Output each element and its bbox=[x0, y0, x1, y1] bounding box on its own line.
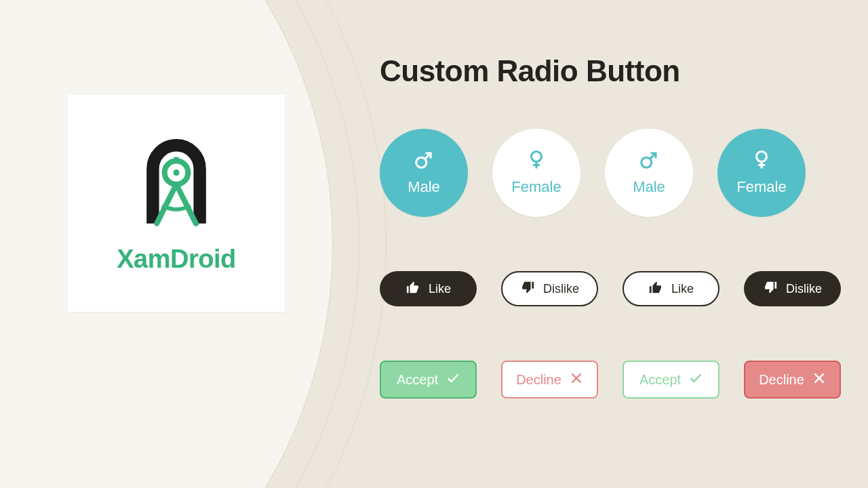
female-icon bbox=[526, 150, 547, 174]
male-icon bbox=[414, 150, 434, 174]
x-icon bbox=[812, 371, 826, 388]
gender-radio-female[interactable]: Female bbox=[492, 129, 580, 217]
gender-radio-label: Male bbox=[408, 178, 440, 196]
like-button-label: Like bbox=[429, 282, 451, 296]
dislike-button-label: Dislike bbox=[786, 282, 822, 296]
accept-button[interactable]: Accept bbox=[380, 361, 477, 399]
gender-radio-male[interactable]: Male bbox=[605, 129, 693, 217]
gender-radio-label: Female bbox=[511, 178, 561, 196]
svg-point-12 bbox=[757, 152, 767, 162]
content-area: Custom Radio Button Male Female Male Fem… bbox=[380, 54, 841, 481]
check-icon bbox=[689, 371, 703, 388]
brand-name: XamDroid bbox=[117, 245, 235, 274]
decline-button-label: Decline bbox=[516, 372, 561, 388]
check-icon bbox=[446, 371, 460, 388]
svg-point-10 bbox=[642, 157, 652, 167]
svg-point-5 bbox=[416, 157, 427, 167]
dislike-button[interactable]: Dislike bbox=[744, 271, 841, 306]
page-title: Custom Radio Button bbox=[380, 54, 841, 88]
gender-radio-label: Female bbox=[736, 178, 786, 196]
like-button-label: Like bbox=[671, 282, 694, 296]
accept-button[interactable]: Accept bbox=[623, 361, 719, 399]
accept-button-label: Accept bbox=[639, 372, 681, 388]
accept-radio-row: Accept Decline Accept Decline bbox=[380, 361, 841, 399]
female-icon bbox=[751, 150, 772, 174]
gender-radio-row: Male Female Male Female bbox=[380, 129, 841, 217]
brand-logo-card: XamDroid bbox=[68, 95, 285, 312]
thumb-down-icon bbox=[763, 280, 778, 298]
thumb-down-icon bbox=[520, 280, 535, 298]
svg-line-2 bbox=[157, 184, 176, 224]
gender-radio-female[interactable]: Female bbox=[717, 129, 806, 217]
svg-point-7 bbox=[532, 152, 542, 162]
thumb-up-icon bbox=[406, 280, 420, 298]
like-button[interactable]: Like bbox=[623, 271, 719, 306]
accept-button-label: Accept bbox=[397, 372, 438, 388]
gender-radio-male[interactable]: Male bbox=[380, 129, 468, 217]
decline-button-label: Decline bbox=[759, 372, 804, 388]
male-icon bbox=[639, 150, 659, 174]
dislike-button[interactable]: Dislike bbox=[501, 271, 598, 306]
decline-button[interactable]: Decline bbox=[501, 361, 598, 399]
svg-line-3 bbox=[176, 184, 196, 224]
thumb-up-icon bbox=[648, 280, 663, 298]
xamdroid-logo-icon bbox=[129, 134, 224, 238]
gender-radio-label: Male bbox=[633, 178, 665, 196]
like-radio-row: Like Dislike Like Dislike bbox=[380, 271, 841, 306]
decline-button[interactable]: Decline bbox=[744, 361, 841, 399]
like-button[interactable]: Like bbox=[380, 271, 477, 306]
svg-point-1 bbox=[173, 169, 179, 176]
x-icon bbox=[570, 371, 583, 388]
dislike-button-label: Dislike bbox=[543, 282, 579, 296]
